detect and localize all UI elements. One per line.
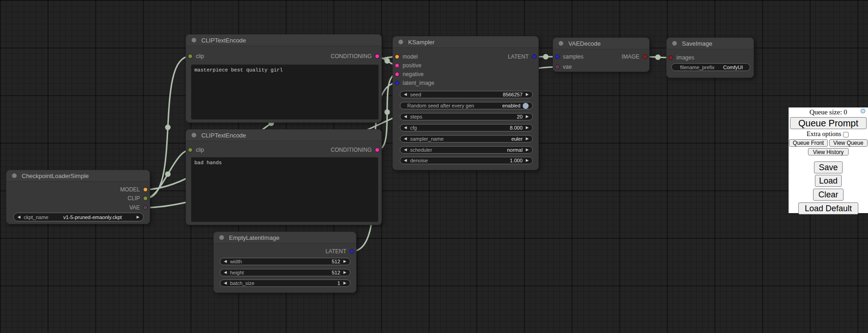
latent-image-input-port[interactable] bbox=[395, 81, 399, 85]
samples-input-port[interactable] bbox=[555, 54, 560, 59]
decrement-arrow-icon[interactable]: ◀ bbox=[224, 260, 227, 263]
clear-button[interactable]: Clear bbox=[813, 189, 844, 201]
increment-arrow-icon[interactable]: ▶ bbox=[526, 93, 529, 96]
node-clip-text-encode-positive[interactable]: CLIPTextEncode clip CONDITIONING masterp… bbox=[186, 34, 382, 123]
collapse-dot-icon[interactable] bbox=[219, 235, 224, 240]
increment-arrow-icon[interactable]: ▶ bbox=[344, 260, 346, 263]
scheduler-widget[interactable]: ◀ scheduler normal ▶ bbox=[400, 146, 533, 154]
image-output-port[interactable] bbox=[643, 54, 647, 59]
decrement-arrow-icon[interactable]: ◀ bbox=[404, 137, 407, 141]
node-title: CheckpointLoaderSimple bbox=[22, 172, 89, 179]
collapse-dot-icon[interactable] bbox=[398, 40, 403, 44]
cfg-widget[interactable]: ◀ cfg 8.000 ▶ bbox=[400, 124, 533, 131]
increment-arrow-icon[interactable]: ▶ bbox=[526, 126, 529, 130]
vae-output-port[interactable] bbox=[143, 205, 148, 210]
widget-value: 8.000 bbox=[510, 125, 523, 131]
view-queue-button[interactable]: View Queue bbox=[829, 139, 868, 147]
extra-options-checkbox[interactable] bbox=[843, 132, 849, 137]
ckpt-name-widget[interactable]: ◀ ckpt_name v1-5-pruned-emaonly.ckpt ▶ bbox=[13, 213, 144, 221]
seed-widget[interactable]: ◀ seed 8566257 ▶ bbox=[400, 91, 533, 98]
output-label: VAE bbox=[129, 204, 140, 211]
input-label: vae bbox=[563, 64, 572, 70]
widget-value: 512 bbox=[332, 270, 340, 275]
latent-output-port[interactable] bbox=[350, 249, 354, 254]
images-input-port[interactable] bbox=[669, 55, 673, 60]
node-title: EmptyLatentImage bbox=[229, 234, 279, 241]
queue-front-button[interactable]: Queue Front bbox=[789, 139, 828, 147]
widget-value: 1 bbox=[338, 280, 340, 286]
input-label: latent_image bbox=[403, 80, 434, 86]
decrement-arrow-icon[interactable]: ◀ bbox=[224, 281, 227, 285]
collapse-dot-icon[interactable] bbox=[559, 41, 563, 46]
output-label: CONDITIONING bbox=[331, 147, 372, 153]
collapse-dot-icon[interactable] bbox=[12, 173, 17, 178]
load-button[interactable]: Load bbox=[815, 175, 842, 187]
queue-size-label: Queue size: 0 bbox=[809, 108, 847, 116]
clip-input-port[interactable] bbox=[188, 54, 193, 59]
increment-arrow-icon[interactable]: ▶ bbox=[526, 137, 529, 141]
node-clip-text-encode-negative[interactable]: CLIPTextEncode clip CONDITIONING bad han… bbox=[186, 129, 382, 225]
node-ksampler[interactable]: KSampler model positive negative latent_… bbox=[392, 36, 539, 170]
denoise-widget[interactable]: ◀ denoise 1.000 ▶ bbox=[400, 157, 533, 164]
load-default-button[interactable]: Load Default bbox=[798, 202, 858, 214]
node-vae-decode[interactable]: VAEDecode samples IMAGE vae bbox=[553, 37, 650, 72]
decrement-arrow-icon[interactable]: ◀ bbox=[224, 271, 227, 274]
clip-output-port[interactable] bbox=[143, 196, 148, 201]
decrement-arrow-icon[interactable]: ◀ bbox=[404, 93, 407, 96]
increment-arrow-icon[interactable]: ▶ bbox=[344, 271, 346, 274]
increment-arrow-icon[interactable]: ▶ bbox=[137, 215, 139, 219]
widget-label: ckpt_name bbox=[24, 214, 48, 220]
random-seed-toggle-widget[interactable]: Random seed after every gen enabled bbox=[400, 102, 533, 109]
settings-gear-icon[interactable]: ⚙ bbox=[860, 108, 866, 115]
widget-value: v1-5-pruned-emaonly.ckpt bbox=[48, 214, 137, 220]
node-title-bar: CLIPTextEncode bbox=[186, 130, 381, 141]
widget-label: filename_prefix bbox=[680, 65, 715, 70]
node-save-image[interactable]: SaveImage images filename_prefix ComfyUI bbox=[666, 37, 754, 78]
widget-value: 20 bbox=[517, 114, 523, 119]
vae-input-port[interactable] bbox=[555, 65, 560, 69]
increment-arrow-icon[interactable]: ▶ bbox=[526, 148, 529, 152]
widget-label: scheduler bbox=[410, 147, 432, 153]
increment-arrow-icon[interactable]: ▶ bbox=[344, 281, 346, 285]
decrement-arrow-icon[interactable]: ◀ bbox=[404, 115, 407, 119]
batch-size-widget[interactable]: ◀ batch_size 1 ▶ bbox=[220, 279, 350, 287]
save-button[interactable]: Save bbox=[814, 161, 843, 173]
node-title-bar: SaveImage bbox=[667, 38, 753, 49]
view-history-button[interactable]: View History bbox=[808, 148, 849, 155]
filename-prefix-widget[interactable]: filename_prefix ComfyUI bbox=[671, 63, 750, 71]
collapse-dot-icon[interactable] bbox=[672, 41, 677, 46]
steps-widget[interactable]: ◀ steps 20 ▶ bbox=[400, 113, 533, 120]
widget-value: enabled bbox=[502, 103, 520, 108]
decrement-arrow-icon[interactable]: ◀ bbox=[404, 148, 407, 152]
negative-input-port[interactable] bbox=[395, 72, 399, 77]
decrement-arrow-icon[interactable]: ◀ bbox=[18, 215, 20, 219]
node-title: CLIPTextEncode bbox=[201, 132, 246, 139]
queue-prompt-button[interactable]: Queue Prompt bbox=[790, 117, 867, 129]
clip-input-port[interactable] bbox=[188, 148, 193, 152]
width-widget[interactable]: ◀ width 512 ▶ bbox=[220, 258, 350, 265]
node-title: VAEDecode bbox=[568, 40, 601, 47]
decrement-arrow-icon[interactable]: ◀ bbox=[404, 159, 407, 162]
toggle-circle-icon[interactable] bbox=[523, 103, 529, 109]
latent-output-port[interactable] bbox=[532, 54, 536, 59]
positive-input-port[interactable] bbox=[395, 63, 399, 68]
collapse-dot-icon[interactable] bbox=[192, 38, 196, 42]
increment-arrow-icon[interactable]: ▶ bbox=[526, 115, 529, 119]
node-checkpoint-loader-simple[interactable]: CheckpointLoaderSimple MODEL CLIP VAE ◀ … bbox=[6, 170, 150, 224]
widget-label: width bbox=[230, 259, 242, 264]
conditioning-output-port[interactable] bbox=[375, 148, 380, 152]
prompt-textarea[interactable]: masterpiece best quality girl bbox=[191, 65, 379, 119]
widget-label: height bbox=[230, 270, 244, 275]
node-graph-canvas[interactable]: CheckpointLoaderSimple MODEL CLIP VAE ◀ … bbox=[0, 0, 868, 333]
sampler-name-widget[interactable]: ◀ sampler_name euler ▶ bbox=[400, 135, 533, 143]
output-label: CONDITIONING bbox=[331, 53, 372, 59]
node-empty-latent-image[interactable]: EmptyLatentImage LATENT ◀ width 512 ▶ ◀ … bbox=[213, 232, 356, 293]
prompt-textarea[interactable]: bad hands bbox=[191, 157, 378, 222]
model-output-port[interactable] bbox=[143, 187, 148, 192]
increment-arrow-icon[interactable]: ▶ bbox=[526, 159, 529, 162]
collapse-dot-icon[interactable] bbox=[192, 133, 196, 137]
node-title-bar: CheckpointLoaderSimple bbox=[6, 170, 150, 182]
conditioning-output-port[interactable] bbox=[375, 54, 380, 59]
decrement-arrow-icon[interactable]: ◀ bbox=[404, 126, 407, 130]
height-widget[interactable]: ◀ height 512 ▶ bbox=[220, 269, 350, 276]
